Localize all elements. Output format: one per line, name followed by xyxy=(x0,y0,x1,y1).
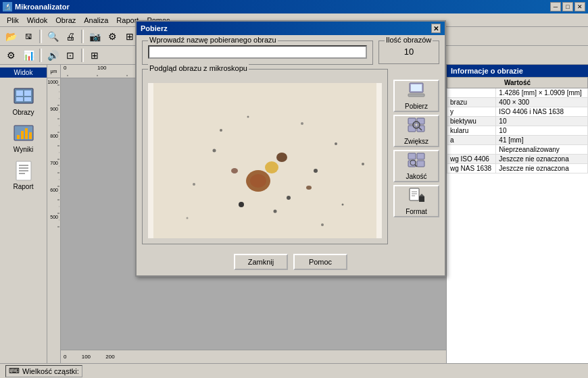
svg-point-68 xyxy=(247,116,249,118)
dialog-overlay: Pobierz ✕ Wprowadź nazwę pobieranego obr… xyxy=(0,0,588,378)
count-group-label: Ilość obrazów xyxy=(385,36,433,44)
pobierz-label: Pobierz xyxy=(405,103,428,110)
format-button[interactable]: Format xyxy=(393,185,439,217)
name-input-group: Wprowadź nazwę pobieranego obrazu xyxy=(142,40,373,65)
svg-rect-83 xyxy=(408,161,416,167)
svg-point-55 xyxy=(239,202,244,207)
svg-rect-74 xyxy=(408,94,424,97)
svg-rect-75 xyxy=(408,118,416,124)
side-buttons: Pobierz xyxy=(393,69,439,244)
svg-rect-82 xyxy=(417,153,424,159)
svg-point-63 xyxy=(265,161,278,173)
svg-rect-84 xyxy=(417,161,424,167)
dialog-title-text: Pobierz xyxy=(141,24,168,32)
name-group-label: Wprowadź nazwę pobieranego obrazu xyxy=(148,36,278,44)
svg-rect-77 xyxy=(408,126,416,132)
svg-point-67 xyxy=(187,217,189,219)
zamknij-button[interactable]: Zamknij xyxy=(234,254,288,270)
jakosc-icon xyxy=(407,152,426,171)
jakosc-button[interactable]: Jakość xyxy=(393,150,439,182)
svg-point-62 xyxy=(301,122,303,125)
svg-point-79 xyxy=(413,122,420,128)
count-value: 10 xyxy=(385,45,433,58)
pobierz-icon xyxy=(407,82,426,101)
svg-marker-92 xyxy=(419,194,424,196)
svg-rect-87 xyxy=(410,188,419,200)
preview-group: Podgląd obrazu z mikroskopu xyxy=(142,69,388,244)
svg-rect-73 xyxy=(411,84,422,91)
jakosc-label: Jakość xyxy=(406,173,426,180)
svg-marker-91 xyxy=(419,196,424,202)
svg-point-61 xyxy=(274,210,277,213)
pomoc-button[interactable]: Pomoc xyxy=(293,254,347,270)
pomoc-label: Pomoc xyxy=(309,258,332,266)
svg-point-66 xyxy=(362,163,364,165)
svg-point-53 xyxy=(250,174,266,188)
preview-image xyxy=(148,83,382,238)
zamknij-label: Zamknij xyxy=(248,258,274,266)
svg-point-57 xyxy=(213,149,216,153)
svg-point-64 xyxy=(220,129,222,132)
svg-point-56 xyxy=(287,196,291,200)
svg-rect-50 xyxy=(153,83,376,238)
svg-rect-76 xyxy=(417,118,424,124)
count-group: Ilość obrazów 10 xyxy=(378,40,439,64)
dialog-top-row: Wprowadź nazwę pobieranego obrazu Ilość … xyxy=(142,40,439,65)
format-icon xyxy=(407,187,426,207)
svg-point-70 xyxy=(231,168,238,173)
preview-section: Podgląd obrazu z mikroskopu xyxy=(142,69,439,244)
svg-point-65 xyxy=(342,204,344,206)
pobierz-dialog: Pobierz ✕ Wprowadź nazwę pobieranego obr… xyxy=(135,20,446,277)
dialog-footer: Zamknij Pomoc xyxy=(137,250,445,275)
format-label: Format xyxy=(406,208,427,215)
svg-point-54 xyxy=(276,153,287,162)
pobierz-button[interactable]: Pobierz xyxy=(393,80,439,112)
zwieksz-label: Zwiększ xyxy=(404,138,428,145)
svg-point-69 xyxy=(321,223,324,226)
dialog-close-button[interactable]: ✕ xyxy=(431,24,441,33)
zwieksz-icon xyxy=(407,117,426,136)
svg-rect-81 xyxy=(408,153,416,159)
name-input[interactable] xyxy=(148,45,367,59)
svg-point-60 xyxy=(193,183,195,186)
svg-point-59 xyxy=(335,142,337,145)
preview-group-label: Podgląd obrazu z mikroskopu xyxy=(148,64,249,72)
dialog-title-bar: Pobierz ✕ xyxy=(137,22,445,35)
svg-point-71 xyxy=(306,186,312,190)
svg-point-58 xyxy=(314,169,318,173)
dialog-body: Wprowadź nazwę pobieranego obrazu Ilość … xyxy=(137,35,445,250)
zwieksz-button[interactable]: Zwiększ xyxy=(393,115,439,147)
